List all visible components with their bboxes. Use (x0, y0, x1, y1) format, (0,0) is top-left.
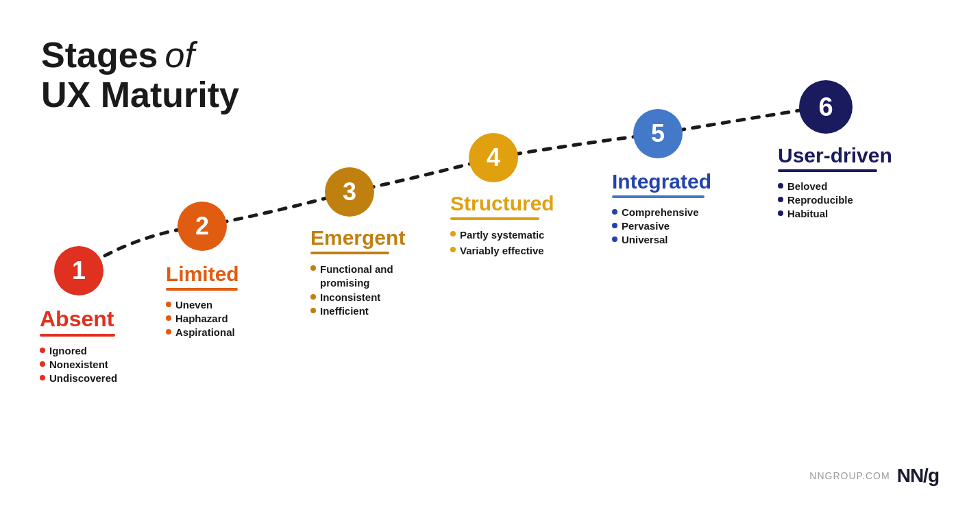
stage-6-underline (778, 169, 877, 172)
nngroup-logo-area: NNGROUP.COM NN/g (809, 465, 939, 487)
stage-1-content: Absent Ignored Nonexistent Undiscovered (40, 307, 117, 386)
stage-5-name: Integrated (612, 170, 711, 193)
title-line1: Stagesof (41, 34, 239, 75)
stage-3-bullet-2: Inconsistent (310, 291, 423, 303)
stage-6-bullet-1: Beloved (778, 180, 892, 192)
stage-3-bullets: Functional and promising Inconsistent In… (310, 263, 423, 317)
stage-2-underline (166, 288, 238, 291)
stage-3-underline (310, 252, 389, 254)
stage-1-bullet-1: Ignored (40, 345, 117, 356)
stage-2-bullet-2: Haphazard (166, 313, 239, 324)
stage-5-underline (612, 195, 705, 198)
stage-2-name: Limited (166, 263, 239, 285)
stage-6-bullets: Beloved Reproducible Habitual (778, 180, 892, 219)
stage-2-bullet-3: Aspirational (166, 326, 239, 338)
stage-6-bullet-2: Reproducible (778, 194, 892, 206)
stage-1-name: Absent (40, 307, 117, 331)
title-of: of (165, 35, 195, 75)
stage-6-circle: 6 (799, 80, 853, 134)
stage-5-content: Integrated Comprehensive Pervasive Unive… (612, 170, 711, 247)
stage-4-content: Structured Partly systematic Variably ef… (450, 192, 554, 259)
stage-1-bullet-2: Nonexistent (40, 359, 117, 370)
stage-4-name: Structured (450, 192, 554, 215)
stage-5-bullet-2: Pervasive (612, 220, 711, 232)
title-area: Stagesof UX Maturity (41, 34, 239, 114)
title-stages: Stages (41, 35, 158, 75)
stage-4-bullet-1: Partly systematic (450, 228, 554, 242)
stage-4-bullets: Partly systematic Variably effective (450, 228, 554, 257)
stage-3-content: Emergent Functional and promising Incons… (310, 226, 423, 319)
stage-3-name: Emergent (310, 226, 423, 249)
nng-logo: NN/g (897, 465, 939, 487)
nngroup-url: NNGROUP.COM (809, 470, 890, 481)
stage-3-bullet-1: Functional and promising (310, 263, 423, 289)
stage-6-content: User-driven Beloved Reproducible Habitua… (778, 144, 892, 221)
main-container: Stagesof UX Maturity 1 Absent Ignored No… (0, 0, 980, 521)
title-ux-maturity: UX Maturity (41, 75, 239, 114)
stage-6-bullet-3: Habitual (778, 208, 892, 219)
stage-4-circle: 4 (469, 133, 518, 182)
stage-1-bullet-3: Undiscovered (40, 372, 117, 384)
stage-5-bullet-3: Universal (612, 234, 711, 245)
stage-2-bullet-1: Uneven (166, 299, 239, 311)
stage-5-bullet-1: Comprehensive (612, 206, 711, 218)
stage-1-bullets: Ignored Nonexistent Undiscovered (40, 345, 117, 384)
stage-2-content: Limited Uneven Haphazard Aspirational (166, 263, 239, 340)
stage-4-bullet-2: Variably effective (450, 244, 554, 258)
stage-3-bullet-3: Inefficient (310, 305, 423, 317)
stage-5-circle: 5 (633, 109, 683, 158)
stage-2-circle: 2 (177, 202, 227, 251)
stage-3-circle: 3 (325, 167, 374, 217)
stage-5-bullets: Comprehensive Pervasive Universal (612, 206, 711, 245)
stage-4-underline (450, 217, 539, 220)
stage-1-circle: 1 (54, 246, 103, 295)
stage-2-bullets: Uneven Haphazard Aspirational (166, 299, 239, 338)
stage-1-underline (40, 334, 115, 337)
stage-6-name: User-driven (778, 144, 892, 167)
